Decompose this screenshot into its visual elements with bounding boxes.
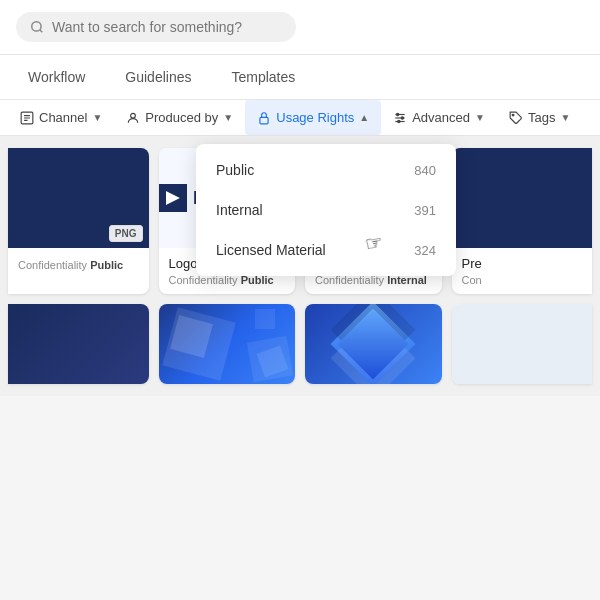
search-icon <box>30 20 44 34</box>
channel-label: Channel <box>39 110 87 125</box>
card-item[interactable] <box>452 304 593 384</box>
card-badge: PNG <box>109 225 143 242</box>
usage-rights-chevron: ▲ <box>359 112 369 123</box>
produced-by-label: Produced by <box>145 110 218 125</box>
dropdown-item-public-count: 840 <box>414 163 436 178</box>
card-item[interactable] <box>8 304 149 384</box>
card-title: Pre <box>462 256 583 271</box>
lock-icon <box>257 111 271 125</box>
search-bar <box>0 0 600 55</box>
card-thumbnail <box>8 304 149 384</box>
svg-point-8 <box>397 113 399 115</box>
filter-produced-by[interactable]: Produced by ▼ <box>114 100 245 135</box>
filter-bar: Channel ▼ Produced by ▼ Usage Rights ▲ A… <box>0 100 600 136</box>
card-meta: Con <box>462 274 583 286</box>
search-input[interactable] <box>52 19 282 35</box>
search-input-wrap[interactable] <box>16 12 296 42</box>
channel-icon <box>20 111 34 125</box>
thumb-diamond <box>305 304 442 384</box>
dropdown-item-public[interactable]: Public 840 <box>196 150 456 190</box>
advanced-chevron: ▼ <box>475 112 485 123</box>
card-thumbnail <box>159 304 296 384</box>
card-meta: Confidentiality Public <box>18 259 139 271</box>
card-thumbnail <box>452 304 593 384</box>
card-info: Pre Con <box>452 248 593 294</box>
dropdown-item-licensed-label: Licensed Material <box>216 242 326 258</box>
filter-channel[interactable]: Channel ▼ <box>8 100 114 135</box>
card-thumbnail: PNG <box>8 148 149 248</box>
dropdown-item-internal-label: Internal <box>216 202 263 218</box>
tab-guidelines[interactable]: Guidelines <box>105 55 211 99</box>
svg-point-0 <box>32 22 41 31</box>
tab-workflow[interactable]: Workflow <box>8 55 105 99</box>
person-icon <box>126 111 140 125</box>
dropdown-item-internal[interactable]: Internal 391 <box>196 190 456 230</box>
dropdown-item-internal-count: 391 <box>414 203 436 218</box>
svg-point-11 <box>512 114 514 116</box>
logo-icon <box>159 184 187 212</box>
tag-icon <box>509 111 523 125</box>
svg-point-3 <box>131 113 136 118</box>
thumb-abstract <box>159 304 296 384</box>
tags-chevron: ▼ <box>560 112 570 123</box>
card-thumbnail <box>452 148 593 248</box>
filter-advanced[interactable]: Advanced ▼ <box>381 100 497 135</box>
nav-tabs: Workflow Guidelines Templates <box>0 55 600 100</box>
filter-tags[interactable]: Tags ▼ <box>497 100 582 135</box>
card-item[interactable]: PNG Confidentiality Public <box>8 148 149 294</box>
advanced-label: Advanced <box>412 110 470 125</box>
dropdown-item-licensed-count: 324 <box>414 243 436 258</box>
card-thumbnail <box>305 304 442 384</box>
svg-rect-4 <box>260 117 268 123</box>
dropdown-item-licensed[interactable]: Licensed Material 324 <box>196 230 456 270</box>
filter-usage-rights[interactable]: Usage Rights ▲ <box>245 100 381 135</box>
card-info: Confidentiality Public <box>8 248 149 279</box>
tags-label: Tags <box>528 110 555 125</box>
usage-rights-label: Usage Rights <box>276 110 354 125</box>
svg-point-10 <box>398 120 400 122</box>
card-item[interactable]: Pre Con <box>452 148 593 294</box>
svg-line-1 <box>40 30 43 33</box>
usage-rights-dropdown: Public 840 Internal 391 Licensed Materia… <box>196 144 456 276</box>
produced-by-chevron: ▼ <box>223 112 233 123</box>
channel-chevron: ▼ <box>92 112 102 123</box>
card-item[interactable] <box>159 304 296 384</box>
dropdown-item-public-label: Public <box>216 162 254 178</box>
sliders-icon <box>393 111 407 125</box>
svg-point-9 <box>401 116 403 118</box>
card-item[interactable] <box>305 304 442 384</box>
tab-templates[interactable]: Templates <box>211 55 315 99</box>
